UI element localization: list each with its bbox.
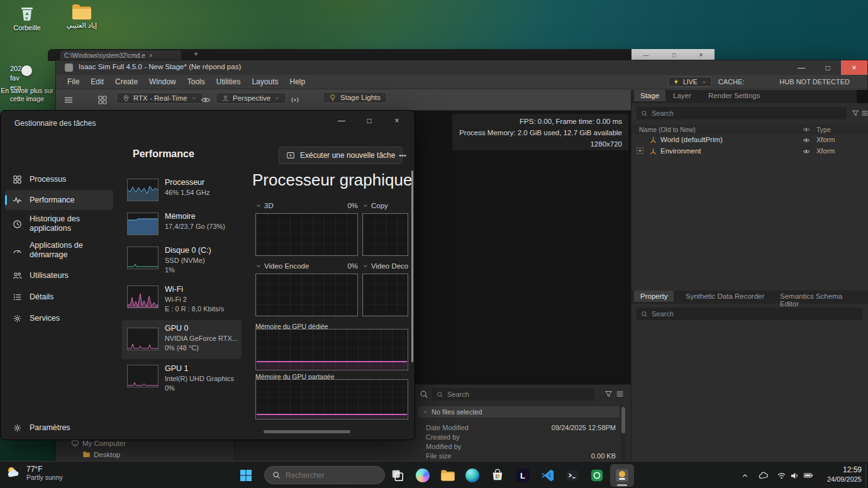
tray-quick-settings[interactable] bbox=[775, 468, 815, 483]
desktop-icon-recycle-bin[interactable]: Corbeille bbox=[9, 4, 45, 31]
perf-card-disk[interactable]: Disque 0 (C:) SSD (NVMe) 1% bbox=[122, 242, 242, 279]
perf-card-wifi[interactable]: Wi-Fi Wi-Fi 2 E : 0 R : 8,0 Kbits/s bbox=[122, 281, 242, 319]
menu-edit[interactable]: Edit bbox=[89, 76, 105, 87]
taskbar-app-vscode[interactable] bbox=[536, 464, 560, 487]
tree-item-desktop[interactable]: Desktop bbox=[82, 450, 120, 458]
sidebar-item-processus[interactable]: Processus bbox=[5, 169, 113, 189]
terminal-close-button[interactable]: × bbox=[699, 52, 703, 58]
show-desktop-button[interactable] bbox=[865, 464, 868, 487]
isaac-titlebar[interactable]: Isaac Sim Full 4.5.0 - New Stage* (Ne ré… bbox=[56, 60, 867, 75]
gpu-section-3d[interactable]: 3D 0% bbox=[255, 202, 358, 209]
filter-icon[interactable] bbox=[852, 109, 859, 117]
onedrive-cloud-icon[interactable] bbox=[759, 470, 769, 480]
tab-layer[interactable]: Layer bbox=[667, 90, 698, 101]
terminal-maximize-button[interactable]: □ bbox=[672, 52, 676, 58]
menu-tools[interactable]: Tools bbox=[186, 76, 206, 87]
taskbar-search-input[interactable] bbox=[286, 471, 367, 480]
tray-clock[interactable]: 12:59 24/09/2025 bbox=[820, 465, 862, 484]
desktop-icon-folder[interactable]: إياد العتيبي bbox=[63, 3, 101, 30]
tray-chevron-up-icon[interactable] bbox=[741, 472, 749, 480]
layout-grid-icon[interactable] bbox=[97, 95, 108, 105]
eye-visibility-icon[interactable] bbox=[803, 136, 810, 144]
property-search-input[interactable] bbox=[652, 310, 859, 318]
terminal-new-tab-button[interactable]: + bbox=[194, 50, 198, 58]
tab-property[interactable]: Property bbox=[634, 291, 674, 302]
sidebar-item-parametres[interactable]: Paramètres bbox=[5, 418, 113, 437]
options-icon[interactable] bbox=[861, 109, 868, 117]
isaac-close-button[interactable]: × bbox=[841, 60, 867, 75]
taskbar-search-box[interactable] bbox=[264, 466, 385, 484]
taskbar-app-task-view[interactable] bbox=[386, 464, 409, 487]
tab-synthetic-data-recorder[interactable]: Synthetic Data Recorder bbox=[679, 291, 771, 302]
camera-dropdown[interactable]: Perspective bbox=[216, 92, 286, 104]
taskmgr-maximize-button[interactable]: □ bbox=[355, 112, 383, 130]
expander-icon[interactable]: + bbox=[637, 147, 643, 154]
renderer-dropdown[interactable]: RTX - Real-Time bbox=[116, 92, 203, 104]
taskmgr-close-button[interactable]: × bbox=[383, 112, 411, 130]
scrollbar-thumb[interactable] bbox=[621, 407, 625, 433]
live-sync-button[interactable]: LIVE bbox=[668, 77, 712, 87]
stage-lights-button[interactable]: Stage Lights bbox=[323, 92, 387, 103]
hamburger-menu-icon[interactable] bbox=[64, 95, 74, 105]
content-scrollbar[interactable] bbox=[621, 405, 626, 460]
menu-utilities[interactable]: Utilities bbox=[215, 76, 242, 87]
terminal-minimize-button[interactable]: — bbox=[643, 52, 649, 58]
learn-more-label[interactable]: En savoir plus sur cette image bbox=[0, 87, 54, 103]
taskbar-app-copilot[interactable] bbox=[411, 464, 435, 487]
eye-visibility-icon[interactable] bbox=[803, 148, 810, 155]
perf-card-cpu[interactable]: Processeur 46% 1,54 GHz bbox=[122, 174, 242, 206]
tab-semantics-schema-editor[interactable]: Semantics Schema Editor bbox=[774, 291, 868, 309]
terminal-tab-close-icon[interactable]: × bbox=[149, 52, 153, 59]
menu-file[interactable]: File bbox=[66, 76, 81, 87]
tab-render-settings[interactable]: Render Settings bbox=[702, 90, 766, 101]
perf-card-gpu1[interactable]: GPU 1 Intel(R) UHD Graphics 0% bbox=[122, 360, 242, 398]
taskbar-app-file-explorer[interactable] bbox=[436, 464, 460, 487]
isaac-maximize-button[interactable]: □ bbox=[815, 60, 841, 75]
content-search-field[interactable] bbox=[432, 388, 594, 401]
menu-help[interactable]: Help bbox=[288, 76, 306, 87]
isaac-minimize-button[interactable]: — bbox=[788, 60, 815, 75]
taskbar-app-terminal[interactable] bbox=[560, 464, 584, 487]
filter-icon[interactable] bbox=[604, 390, 613, 398]
eye-visibility-icon[interactable] bbox=[201, 95, 211, 105]
run-new-task-button[interactable]: Exécuter une nouvelle tâche bbox=[279, 147, 403, 164]
column-type[interactable]: Type bbox=[816, 126, 831, 133]
sidebar-item-demarrage[interactable]: Applications de démarrage bbox=[5, 238, 113, 263]
gpu-section-copy[interactable]: Copy bbox=[362, 202, 408, 209]
stage-row-world[interactable]: World (defaultPrim) Xform bbox=[632, 135, 868, 146]
taskmgr-minimize-button[interactable]: — bbox=[328, 112, 355, 130]
taskbar-app-edge[interactable] bbox=[460, 464, 484, 487]
menu-create[interactable]: Create bbox=[114, 76, 139, 87]
sidebar-item-services[interactable]: Services bbox=[5, 308, 113, 328]
gpu-detail-horizontal-scrollbar[interactable] bbox=[255, 430, 409, 434]
search-icon[interactable] bbox=[420, 390, 428, 399]
scrollbar-thumb[interactable] bbox=[264, 430, 350, 433]
content-search-input[interactable] bbox=[447, 391, 590, 398]
sidebar-item-utilisateurs[interactable]: Utilisateurs bbox=[5, 265, 113, 286]
stage-search-field[interactable] bbox=[637, 107, 847, 119]
gpu-detail-vertical-scrollbar[interactable] bbox=[411, 170, 413, 362]
stage-row-environment[interactable]: + Environment Xform bbox=[632, 146, 868, 157]
taskbar-app-green[interactable] bbox=[585, 464, 609, 487]
sidebar-item-performance[interactable]: Performance bbox=[5, 190, 113, 210]
more-options-button[interactable]: ••• bbox=[393, 147, 412, 164]
broadcast-icon[interactable] bbox=[290, 95, 300, 105]
taskbar-app-isaac-sim[interactable] bbox=[610, 464, 634, 487]
stage-search-input[interactable] bbox=[652, 109, 842, 117]
gpu-section-video-decode[interactable]: Video Decode bbox=[362, 262, 408, 270]
taskbar-weather-widget[interactable]: 77°F Partly sunny bbox=[5, 465, 63, 481]
taskbar-app-store[interactable] bbox=[486, 464, 509, 487]
no-files-selected-header[interactable]: No files selected bbox=[418, 406, 620, 418]
sidebar-item-details[interactable]: Détails bbox=[5, 287, 113, 307]
menu-layouts[interactable]: Layouts bbox=[250, 76, 279, 87]
sidebar-item-historique[interactable]: Historique des applications bbox=[5, 211, 113, 236]
list-view-icon[interactable] bbox=[616, 390, 624, 398]
taskbar-app-lm-studio[interactable]: L bbox=[511, 464, 535, 487]
property-search-field[interactable] bbox=[637, 308, 863, 320]
perf-card-memory[interactable]: Mémoire 17,4/23,7 Go (73%) bbox=[122, 208, 242, 240]
column-name[interactable]: Name (Old to New) bbox=[639, 126, 696, 133]
tab-stage[interactable]: Stage bbox=[634, 90, 665, 101]
start-button[interactable] bbox=[234, 464, 258, 487]
gpu-section-video-encode[interactable]: Video Encode 0% bbox=[255, 262, 358, 270]
perf-card-gpu0[interactable]: GPU 0 NVIDIA GeForce RTX... 0% (48 °C) bbox=[122, 320, 242, 359]
